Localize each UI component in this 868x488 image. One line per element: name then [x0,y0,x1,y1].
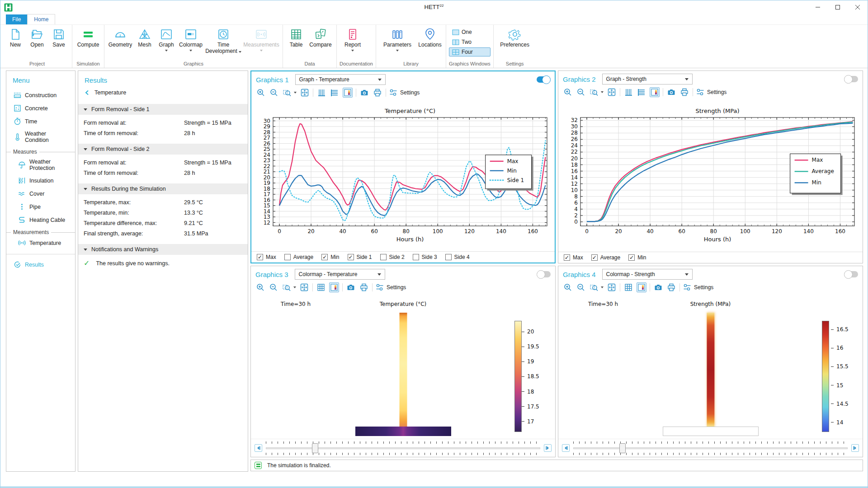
graph-dropdown-arrow[interactable] [165,50,168,52]
results-back-row[interactable]: Temperature [78,89,248,101]
zoom-in-icon[interactable] [256,88,266,98]
plot-settings-button[interactable]: Settings [389,88,420,98]
zoom-options-arrow[interactable] [601,91,604,93]
windows-one-button[interactable]: One [449,28,491,37]
graphics-1-toggle[interactable] [537,76,550,83]
plot-settings-button[interactable]: Settings [683,282,713,292]
fit-view-icon[interactable] [299,282,309,292]
menu-item-time[interactable]: Time [6,115,75,128]
zoom-options-arrow[interactable] [294,92,297,94]
mesh-button[interactable]: Mesh [134,27,155,48]
step-back-button[interactable] [562,444,570,452]
section-header-form-removal-side-1[interactable]: Form Removal - Side 1 [78,104,248,115]
parameters-button[interactable]: Parameters [379,27,416,52]
zoom-out-icon[interactable] [269,282,278,292]
section-header-results-during-simulation[interactable]: Results During the Simulation [78,183,248,194]
print-icon[interactable] [359,282,369,292]
print-icon[interactable] [373,88,382,98]
parameters-dropdown-arrow[interactable] [396,50,399,52]
checkbox-min[interactable]: ✓Min [628,254,646,261]
graphics-3-toggle[interactable] [537,271,551,277]
zoom-in-icon[interactable] [563,87,573,97]
zoom-region-icon[interactable] [589,282,599,292]
time-slider-handle[interactable] [619,443,626,453]
zoom-options-arrow[interactable] [601,286,604,288]
strength-line-chart[interactable]: 0246810121416182022242628303202040608010… [561,106,860,245]
checkbox-max[interactable]: ✓Max [564,254,583,261]
step-forward-button[interactable] [851,444,859,452]
menu-item-temperature[interactable]: Temperature [6,236,75,249]
tab-home[interactable]: Home [27,14,55,24]
show-colorbar-icon[interactable] [329,282,339,292]
colormap-button[interactable]: Colormap [178,27,204,52]
zoom-in-icon[interactable] [563,282,573,292]
time-slider-handle[interactable] [312,443,318,453]
show-colorbar-icon[interactable] [637,282,646,292]
menu-item-results[interactable]: Results [6,258,75,271]
show-colorbar-icon[interactable] [343,88,353,98]
fit-view-icon[interactable] [300,88,310,98]
graphics-2-view-dropdown[interactable]: Graph - Strength [602,74,693,84]
graphics-3-view-dropdown[interactable]: Colormap - Temperature [295,269,385,280]
step-forward-button[interactable] [544,444,552,452]
print-icon[interactable] [679,87,689,97]
checkbox-max[interactable]: ✓Max [257,254,276,260]
snapshot-camera-icon[interactable] [653,282,663,292]
tab-file[interactable]: File [6,14,27,24]
geometry-button[interactable]: Geometry [107,27,133,48]
strength-colormap-figure[interactable]: Time=30 h Strength (MPa) 16.5 16 15.5 15… [558,294,863,439]
zoom-in-icon[interactable] [255,282,265,292]
checkbox-side-3[interactable]: ✓Side 3 [413,254,437,260]
section-header-form-removal-side-2[interactable]: Form Removal - Side 2 [78,144,248,155]
zoom-region-icon[interactable] [589,87,599,97]
time-slider[interactable] [573,441,848,456]
checkbox-average[interactable]: ✓Average [591,254,620,261]
plot-settings-button[interactable]: Settings [376,282,406,292]
graphics-2-toggle[interactable] [844,76,858,82]
fit-view-icon[interactable] [607,87,617,97]
menu-item-construction[interactable]: Construction [6,89,75,102]
windows-four-button[interactable]: Four [449,47,491,56]
preferences-button[interactable]: Preferences [496,27,533,48]
menu-item-cover[interactable]: Cover [6,187,75,200]
graphics-4-toggle[interactable] [844,271,858,277]
checkbox-min[interactable]: ✓Min [321,254,339,260]
graphics-4-view-dropdown[interactable]: Colormap - Strength [602,269,693,280]
menu-item-insulation[interactable]: Insulation [6,174,75,187]
table-button[interactable]: Table [286,27,307,48]
menu-item-weather-condition[interactable]: Weather Condition [6,128,75,146]
plot-settings-button[interactable]: Settings [696,87,726,97]
save-button[interactable]: Save [48,27,69,48]
menu-item-weather-protection[interactable]: Weather Protection [6,156,75,174]
compute-button[interactable]: Compute [75,27,101,48]
windows-two-button[interactable]: Two [449,38,491,47]
time-development-button[interactable]: Time Development [205,27,242,55]
zoom-out-icon[interactable] [576,87,586,97]
print-icon[interactable] [666,282,676,292]
report-dropdown-arrow[interactable] [351,50,354,52]
compare-button[interactable]: Compare [307,27,334,48]
zoom-out-icon[interactable] [576,282,586,292]
step-back-button[interactable] [255,444,262,452]
vertical-gridlines-icon[interactable] [623,87,633,97]
checkbox-side-4[interactable]: ✓Side 4 [445,254,470,260]
snapshot-camera-icon[interactable] [359,88,369,98]
horizontal-gridlines-icon[interactable] [330,88,340,98]
new-button[interactable]: New [5,27,26,48]
fit-view-icon[interactable] [607,282,617,292]
horizontal-gridlines-icon[interactable] [637,87,646,97]
temperature-colormap-figure[interactable]: Time=30 h Temperature (°C) 20 19.5 19 18… [251,294,555,439]
checkbox-average[interactable]: ✓Average [284,254,313,260]
graph-button[interactable]: Graph [156,27,177,52]
checkbox-side-2[interactable]: ✓Side 2 [380,254,405,260]
zoom-region-icon[interactable] [282,282,292,292]
section-header-notifications-warnings[interactable]: Notifications and Warnings [78,244,248,255]
menu-item-heating-cable[interactable]: Heating Cable [6,213,75,226]
zoom-options-arrow[interactable] [293,286,296,288]
menu-item-pipe[interactable]: Pipe [6,200,75,213]
zoom-region-icon[interactable] [282,88,292,98]
zoom-out-icon[interactable] [269,88,279,98]
colormap-dropdown-arrow[interactable] [189,50,192,52]
snapshot-camera-icon[interactable] [346,282,356,292]
vertical-gridlines-icon[interactable] [316,88,326,98]
